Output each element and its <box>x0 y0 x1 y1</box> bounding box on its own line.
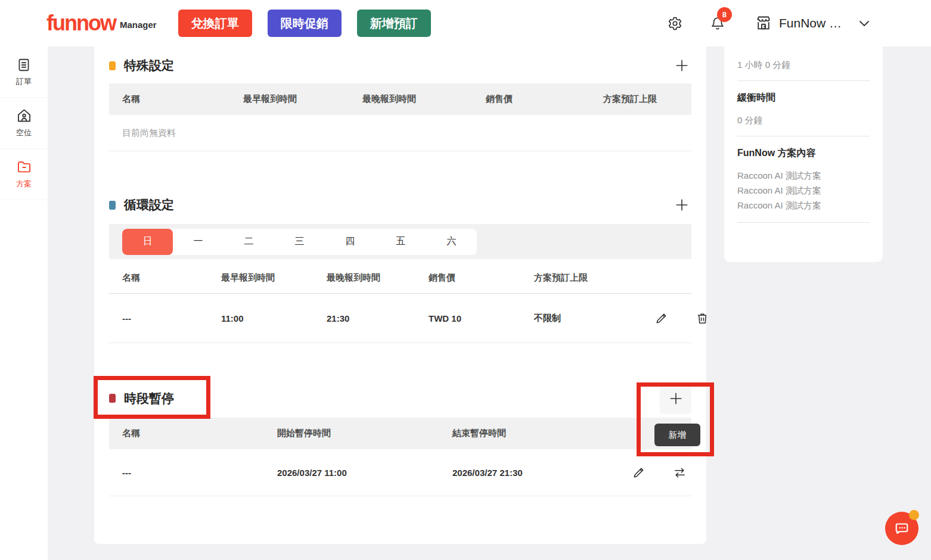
weekday-tabs: 日 一 二 三 四 五 六 <box>122 229 477 255</box>
add-pause-period-button[interactable] <box>660 382 691 414</box>
cell-latest-time: 21:30 <box>327 313 429 323</box>
day-tab-monday[interactable]: 一 <box>173 229 224 255</box>
add-button-tooltip: 新增 <box>654 424 700 446</box>
day-tab-saturday[interactable]: 六 <box>426 229 477 255</box>
section-bullet <box>109 394 116 403</box>
plan-settings-card: 特殊設定 名稱 最早報到時間 最晚報到時間 銷售價 方案預訂上限 目前尚無資料 … <box>94 46 706 544</box>
plan-item: Raccoon AI 測試方案 <box>737 198 870 213</box>
special-table-empty-row: 目前尚無資料 <box>109 115 691 151</box>
funnow-logo[interactable]: funnow Manager <box>46 13 157 34</box>
notification-badge: 8 <box>717 7 732 22</box>
cell-limit: 不限制 <box>534 313 653 324</box>
recurring-table-header: 名稱 最早報到時間 最晚報到時間 銷售價 方案預訂上限 <box>109 263 691 294</box>
column-header-pause-end: 結束暫停時間 <box>452 428 595 439</box>
cell-price: TWD 10 <box>429 313 534 323</box>
sidebar-item-orders[interactable]: 訂單 <box>0 46 48 98</box>
chat-support-button[interactable] <box>885 512 918 545</box>
cell-name: --- <box>109 313 221 323</box>
duration-value: 1 小時 0 分鐘 <box>737 51 870 80</box>
section-bullet <box>109 201 116 210</box>
swap-pause-row-button[interactable] <box>672 465 688 481</box>
sidebar-item-plans[interactable]: 方案 <box>0 149 48 200</box>
special-settings-title: 特殊設定 <box>124 57 174 74</box>
swap-arrows-icon <box>673 466 687 480</box>
edit-recurring-row-button[interactable] <box>653 310 669 326</box>
sidebar-item-label: 訂單 <box>16 76 32 87</box>
pause-table-row: --- 2026/03/27 11:00 2026/03/27 21:30 <box>109 449 691 496</box>
pencil-icon <box>654 312 668 325</box>
add-recurring-setting-button[interactable] <box>672 195 691 214</box>
column-header-earliest: 最早報到時間 <box>243 94 362 105</box>
plus-icon <box>674 197 690 213</box>
plus-icon <box>674 57 690 74</box>
top-header: funnow Manager 兌換訂單 限時促銷 新增預訂 <box>0 0 931 46</box>
column-header-name: 名稱 <box>109 272 221 284</box>
logo-text: funnow <box>46 13 116 34</box>
column-header-pause-start: 開始暫停時間 <box>277 428 452 439</box>
column-header-price: 銷售價 <box>486 94 603 105</box>
cell-earliest-time: 11:00 <box>221 313 327 323</box>
pause-period-section-header: 時段暫停 <box>109 382 691 414</box>
plan-content-label: FunNow 方案內容 <box>737 136 870 162</box>
sidebar-item-label: 方案 <box>16 179 32 189</box>
buffer-time-value: 0 分鐘 <box>737 107 870 136</box>
column-header-name: 名稱 <box>109 428 277 439</box>
add-special-setting-button[interactable] <box>672 56 691 75</box>
redeem-order-button[interactable]: 兌換訂單 <box>178 10 252 37</box>
plan-item: Raccoon AI 測試方案 <box>737 183 870 198</box>
special-table-header: 名稱 最早報到時間 最晚報到時間 銷售價 方案預訂上限 <box>109 83 691 115</box>
new-booking-button[interactable]: 新增預訂 <box>357 10 431 37</box>
flash-promo-button[interactable]: 限時促銷 <box>268 10 342 37</box>
column-header-latest: 最晚報到時間 <box>362 94 486 105</box>
day-tab-tuesday[interactable]: 二 <box>224 229 274 255</box>
delete-recurring-row-button[interactable] <box>694 310 706 326</box>
plus-icon <box>668 390 684 407</box>
day-tab-friday[interactable]: 五 <box>375 229 426 255</box>
left-sidebar: 訂單 空位 方案 <box>0 46 48 560</box>
logo-manager-label: Manager <box>120 20 157 30</box>
section-bullet <box>109 61 116 70</box>
folder-icon <box>16 159 32 175</box>
chat-bubble-icon <box>893 519 911 537</box>
edit-pause-row-button[interactable] <box>631 465 647 481</box>
storefront-icon <box>755 15 772 32</box>
cell-pause-start: 2026/03/27 11:00 <box>277 468 452 478</box>
document-icon <box>16 57 32 73</box>
plan-item: Raccoon AI 測試方案 <box>737 168 870 183</box>
account-name: FunNow … <box>779 16 842 30</box>
divider <box>737 222 870 223</box>
home-person-icon <box>16 108 32 124</box>
chevron-down-icon <box>857 16 871 30</box>
recurring-table-row: --- 11:00 21:30 TWD 10 不限制 <box>109 294 691 343</box>
sidebar-item-label: 空位 <box>16 127 32 138</box>
special-settings-section-header: 特殊設定 <box>109 46 691 75</box>
chat-notification-dot <box>909 510 919 520</box>
cell-pause-end: 2026/03/27 21:30 <box>452 468 595 478</box>
settings-button[interactable] <box>668 16 682 31</box>
header-action-buttons: 兌換訂單 限時促銷 新增預訂 <box>178 10 431 37</box>
day-tab-thursday[interactable]: 四 <box>325 229 375 255</box>
empty-state-text: 目前尚無資料 <box>122 127 176 139</box>
column-header-earliest: 最早報到時間 <box>221 272 327 284</box>
column-header-name: 名稱 <box>109 94 243 105</box>
cell-name: --- <box>109 468 277 478</box>
plan-summary-panel: 1 小時 0 分鐘 緩衝時間 0 分鐘 FunNow 方案內容 Raccoon … <box>724 46 883 262</box>
buffer-time-label: 緩衝時間 <box>737 81 870 107</box>
column-header-latest: 最晚報到時間 <box>327 272 429 284</box>
column-header-price: 銷售價 <box>429 272 534 284</box>
column-header-limit: 方案預訂上限 <box>534 272 653 284</box>
trash-icon <box>696 312 706 325</box>
weekday-tab-strip: 日 一 二 三 四 五 六 <box>109 224 691 259</box>
recurring-settings-title: 循環設定 <box>124 197 174 213</box>
sidebar-item-vacancy[interactable]: 空位 <box>0 98 48 149</box>
gear-icon <box>668 16 682 31</box>
account-menu[interactable]: FunNow … <box>755 15 871 32</box>
recurring-settings-section-header: 循環設定 <box>109 195 691 214</box>
day-tab-wednesday[interactable]: 三 <box>274 229 325 255</box>
day-tab-sunday[interactable]: 日 <box>122 229 173 255</box>
pencil-icon <box>632 466 646 480</box>
pause-table-header: 名稱 開始暫停時間 結束暫停時間 <box>109 418 691 449</box>
pause-period-title: 時段暫停 <box>124 390 174 407</box>
column-header-limit: 方案預訂上限 <box>603 94 691 105</box>
